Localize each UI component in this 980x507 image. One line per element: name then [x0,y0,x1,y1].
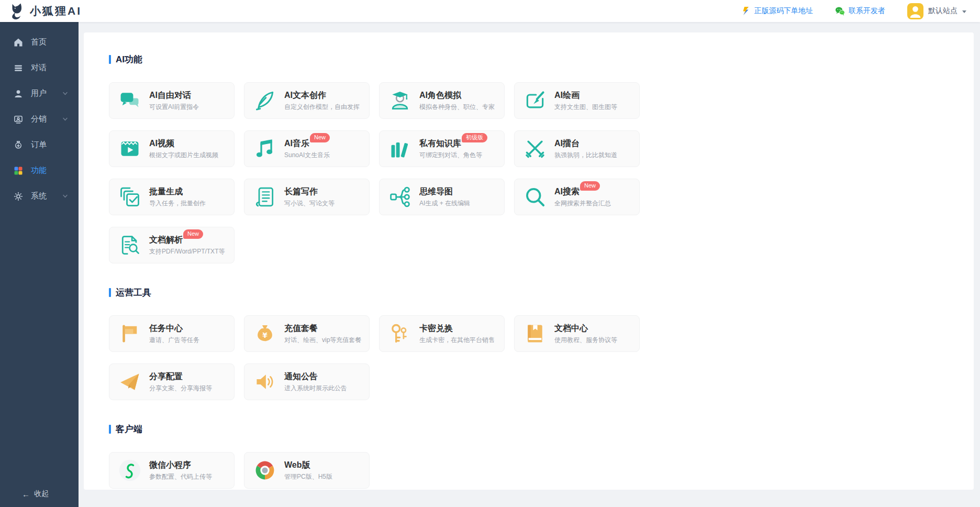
feature-card-music[interactable]: AI音乐NewSunoAI文生音乐 [244,130,370,167]
feature-card-ai-search[interactable]: AI搜索New全网搜索并整合汇总 [514,179,640,215]
card-title: AI擂台 [554,138,580,148]
sidebar-item-label: 首页 [31,37,68,47]
wechat-mini-icon [118,459,141,482]
card-badge: New [310,133,330,142]
chevron-down-icon [62,116,68,122]
sidebar-item-label: 分销 [31,114,54,124]
feature-card-share-config[interactable]: 分享配置分享文案、分享海报等 [109,363,235,400]
header-link-contact-developer[interactable]: 联系开发者 [835,6,885,16]
feature-card-text-creation[interactable]: AI文本创作自定义创作模型，自由发挥 [244,82,370,119]
search-icon [524,185,547,208]
card-subtitle: 孰强孰弱，比比就知道 [554,151,617,160]
avatar [907,3,923,19]
section-title: 客户端 [109,423,949,435]
site-selector[interactable]: 默认站点 [907,3,966,19]
gear-icon [14,192,23,201]
card-title: 长篇写作 [284,186,318,196]
sidebar-item-users[interactable]: 用户 [0,81,79,106]
sidebar-item-orders[interactable]: 订单 [0,132,79,158]
section-title-text: 运营工具 [116,286,151,299]
feature-card-long-writing[interactable]: 长篇写作写小说、写论文等 [244,179,370,215]
card-title: AI视频 [149,138,174,148]
feature-card-free-chat[interactable]: AI自由对话可设置AI前置指令 [109,82,235,119]
card-title: 通知公告 [284,371,318,381]
video-icon [118,137,141,160]
feature-card-mindmap[interactable]: 思维导图AI生成 + 在线编辑 [379,179,505,215]
sidebar-collapse-button[interactable]: ← 收起 [0,481,79,507]
music-note-icon [253,137,276,160]
card-title: 微信小程序 [149,460,191,470]
sidebar-item-features[interactable]: 功能 [0,158,79,183]
card-badge: New [183,229,203,239]
arrow-left-icon: ← [22,490,30,498]
section-title: AI功能 [109,53,949,65]
section-title-text: AI功能 [116,53,142,65]
doc-search-icon [118,234,141,257]
card-grid: AI自由对话可设置AI前置指令AI文本创作自定义创作模型，自由发挥AI角色模拟模… [109,82,641,263]
card-title: 文档中心 [554,323,588,333]
feature-card-task-center[interactable]: 任务中心邀请、广告等任务 [109,315,235,352]
feature-card-card-key-redeem[interactable]: 卡密兑换生成卡密，在其他平台销售 [379,315,505,352]
home-icon [14,38,23,47]
graduate-role-icon [388,89,411,112]
card-subtitle: 邀请、广告等任务 [149,336,199,345]
card-title: AI自由对话 [149,90,191,100]
feature-card-web-client[interactable]: Web版管理PC版、H5版 [244,452,370,489]
sidebar-item-home[interactable]: 首页 [0,29,79,55]
user-icon [14,89,23,98]
card-grid: 微信小程序参数配置、代码上传等Web版管理PC版、H5版 [109,452,641,489]
sidebar-item-label: 订单 [31,140,68,150]
card-subtitle: 可绑定到对话、角色等 [419,151,487,160]
money-bag-icon [14,140,23,150]
card-title: AI搜索 [554,186,580,196]
header-link-source-order[interactable]: 正版源码下单地址 [741,6,813,16]
feature-card-video[interactable]: AI视频根据文字或图片生成视频 [109,130,235,167]
card-title: 卡密兑换 [419,323,453,333]
chrome-icon [253,459,276,482]
feature-card-announcement[interactable]: 通知公告进入系统时展示此公告 [244,363,370,400]
section-title-bar [109,288,111,297]
feature-card-role-play[interactable]: AI角色模拟模拟各种身份、职位、专家 [379,82,505,119]
sidebar-item-label: 系统 [31,191,54,201]
header-right: 正版源码下单地址 联系开发者 默 [741,3,966,19]
feature-card-knowledge-base[interactable]: 私有知识库初级版可绑定到对话、角色等 [379,130,505,167]
main-content: AI功能AI自由对话可设置AI前置指令AI文本创作自定义创作模型，自由发挥AI角… [79,22,980,507]
card-subtitle: 根据文字或图片生成视频 [149,151,218,160]
keys-icon [388,322,411,345]
feature-card-batch-generate[interactable]: 批量生成导入任务，批量创作 [109,179,235,215]
sidebar-item-system[interactable]: 系统 [0,183,79,209]
card-subtitle: 参数配置、代码上传等 [149,472,212,481]
site-name: 默认站点 [928,6,957,16]
card-title: AI绘画 [554,90,580,100]
feather-icon [253,89,276,112]
sidebar-item-distribution[interactable]: 分销 [0,106,79,132]
fox-logo-icon [8,3,25,19]
feature-card-doc-center[interactable]: 文档中心使用教程、服务协议等 [514,315,640,352]
paper-plane-icon [118,370,141,393]
feature-card-drawing[interactable]: AI绘画支持文生图、图生图等 [514,82,640,119]
feature-card-wechat-miniprogram[interactable]: 微信小程序参数配置、代码上传等 [109,452,235,489]
app-logo: 小狐狸AI [8,3,82,19]
card-title: 任务中心 [149,323,183,333]
card-subtitle: 支持PDF/Word/PPT/TXT等 [149,247,225,256]
card-title: AI音乐 [284,138,309,148]
feature-card-doc-parse[interactable]: 文档解析New支持PDF/Word/PPT/TXT等 [109,227,235,263]
card-title: 批量生成 [149,186,183,196]
card-subtitle: 全网搜索并整合汇总 [554,199,611,208]
card-subtitle: 支持文生图、图生图等 [554,103,617,112]
paint-brush-icon [524,89,547,112]
card-title: 文档解析 [149,235,183,245]
section-ai-features: AI功能AI自由对话可设置AI前置指令AI文本创作自定义创作模型，自由发挥AI角… [109,53,949,263]
sidebar-item-label: 功能 [31,166,68,175]
section-title-text: 客户端 [116,423,142,435]
batch-check-icon [118,185,141,208]
chat-bubbles-icon [118,89,141,112]
chat-list-icon [14,63,23,73]
sidebar-item-label: 用户 [31,89,54,98]
feature-card-arena[interactable]: AI擂台孰强孰弱，比比就知道 [514,130,640,167]
card-badge: New [580,181,600,191]
feature-card-recharge-packages[interactable]: ¥充值套餐对话、绘画、vip等充值套餐 [244,315,370,352]
card-badge: 初级版 [462,133,487,142]
speaker-icon [253,370,276,393]
sidebar-item-chat[interactable]: 对话 [0,55,79,81]
